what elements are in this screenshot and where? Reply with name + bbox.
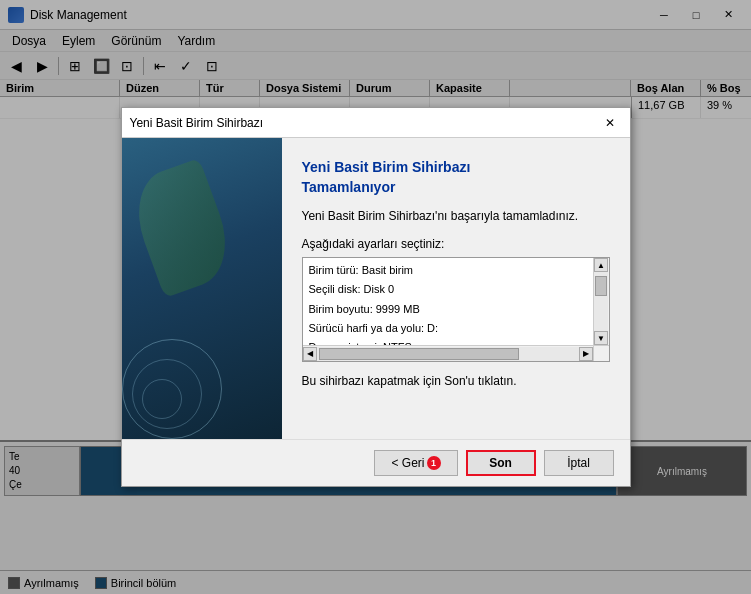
scroll-corner <box>593 345 609 361</box>
cancel-button[interactable]: İptal <box>544 450 614 476</box>
dialog-footer: < Geri 1 Son İptal <box>122 439 630 486</box>
horiz-scroll-thumb[interactable] <box>319 348 519 360</box>
dialog-content: Yeni Basit Birim SihirbazıTamamlanıyor Y… <box>282 138 630 439</box>
dialog-description: Yeni Basit Birim Sihirbazı'nı başarıyla … <box>302 209 610 223</box>
scroll-right-arrow[interactable]: ▶ <box>579 347 593 361</box>
dialog-illustration <box>122 138 282 439</box>
scroll-track <box>594 272 608 331</box>
dialog-heading: Yeni Basit Birim SihirbazıTamamlanıyor <box>302 158 610 197</box>
dialog-title-text: Yeni Basit Birim Sihirbazı <box>130 116 598 130</box>
setting-line-0: Birim türü: Basit birim <box>309 261 589 280</box>
circle-small <box>142 379 182 419</box>
settings-label: Aşağıdaki ayarları seçtiniz: <box>302 237 610 251</box>
back-button[interactable]: < Geri 1 <box>374 450 457 476</box>
setting-line-1: Seçili disk: Disk 0 <box>309 280 589 299</box>
scroll-thumb[interactable] <box>595 276 607 296</box>
scroll-up-arrow[interactable]: ▲ <box>594 258 608 272</box>
dialog-body: Yeni Basit Birim SihirbazıTamamlanıyor Y… <box>122 138 630 439</box>
horizontal-scrollbar[interactable]: ◀ ▶ <box>303 345 593 361</box>
finish-button[interactable]: Son <box>466 450 536 476</box>
scroll-down-arrow[interactable]: ▼ <box>594 331 608 345</box>
setting-line-2: Birim boyutu: 9999 MB <box>309 300 589 319</box>
dialog-overlay: Yeni Basit Birim Sihirbazı ✕ Yeni Basit … <box>0 0 751 594</box>
horiz-scroll-track <box>317 347 579 361</box>
leaf-decoration <box>123 158 239 298</box>
dialog-title-bar: Yeni Basit Birim Sihirbazı ✕ <box>122 108 630 138</box>
setting-line-3: Sürücü harfi ya da yolu: D: <box>309 319 589 338</box>
step-badge: 1 <box>427 456 441 470</box>
scroll-left-arrow[interactable]: ◀ <box>303 347 317 361</box>
settings-box: Birim türü: Basit birim Seçili disk: Dis… <box>302 257 610 362</box>
dialog-close-button[interactable]: ✕ <box>598 113 622 133</box>
wizard-dialog: Yeni Basit Birim Sihirbazı ✕ Yeni Basit … <box>121 107 631 487</box>
close-text: Bu sihirbazı kapatmak için Son'u tıklatı… <box>302 374 610 388</box>
vertical-scrollbar[interactable]: ▲ ▼ <box>593 258 609 345</box>
